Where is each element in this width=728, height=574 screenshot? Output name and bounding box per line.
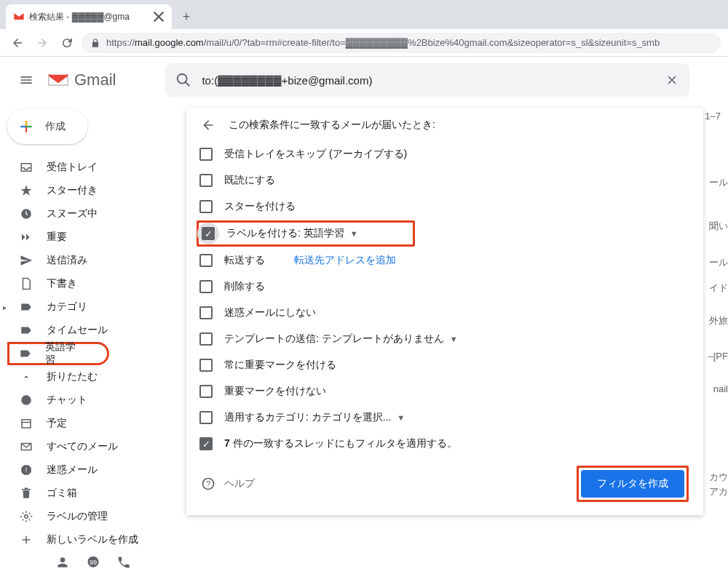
sidebar-item-スヌーズ中[interactable]: スヌーズ中 bbox=[0, 202, 186, 226]
sidebar-item-スター付き[interactable]: スター付き bbox=[0, 179, 186, 202]
browser-tab[interactable]: 検索結果 - ▓▓▓▓▓@gma bbox=[6, 4, 172, 29]
sidebar-item-label: 下書き bbox=[47, 277, 77, 290]
url-bar[interactable]: https://mail.google.com/mail/u/0/?tab=rm… bbox=[82, 33, 721, 53]
opt-forward[interactable]: 転送する 転送先アドレスを追加 bbox=[197, 247, 693, 274]
checkbox-checked[interactable]: ✓ bbox=[199, 437, 213, 450]
dropdown-icon[interactable]: ▼ bbox=[350, 229, 358, 238]
opt-always-important[interactable]: 常に重要マークを付ける bbox=[197, 352, 693, 378]
contacts-icon[interactable] bbox=[55, 555, 70, 570]
gmail-header: Gmail bbox=[0, 57, 728, 103]
compose-label: 作成 bbox=[45, 120, 66, 133]
search-icon[interactable] bbox=[175, 72, 191, 88]
inbox-icon bbox=[19, 161, 33, 174]
opt-also-apply[interactable]: ✓7 件の一致するスレッドにもフィルタを適用する。 bbox=[197, 431, 693, 457]
svg-point-1 bbox=[21, 395, 31, 405]
back-button[interactable] bbox=[7, 33, 28, 53]
dropdown-icon[interactable]: ▼ bbox=[450, 335, 458, 343]
search-clear-button[interactable] bbox=[665, 73, 679, 87]
new-tab-button[interactable]: + bbox=[176, 7, 197, 27]
sidebar-item-新しいラベルを作成[interactable]: 新しいラベルを作成 bbox=[0, 528, 186, 551]
filter-back-button[interactable] bbox=[201, 118, 215, 132]
sidebar-item-label: 予定 bbox=[47, 417, 67, 430]
opt-category[interactable]: 適用するカテゴリ: カテゴリを選択... ▼ bbox=[197, 404, 693, 431]
tab-close-icon[interactable] bbox=[153, 11, 165, 23]
opt-star[interactable]: スターを付ける bbox=[197, 194, 693, 220]
dropdown-icon[interactable]: ▼ bbox=[397, 413, 405, 422]
sidebar-item-タイムセール[interactable]: タイムセール bbox=[0, 319, 186, 342]
gmail-logo[interactable]: Gmail bbox=[47, 71, 116, 89]
checkbox[interactable] bbox=[199, 200, 213, 213]
checkbox[interactable] bbox=[199, 359, 213, 372]
sidebar-item-label: スター付き bbox=[47, 184, 98, 197]
clock-icon bbox=[19, 207, 33, 220]
svg-rect-2 bbox=[22, 420, 31, 428]
sidebar-item-ゴミ箱[interactable]: ゴミ箱 bbox=[0, 482, 186, 505]
bottom-app-icons: 99 bbox=[55, 555, 131, 570]
checkbox-checked[interactable]: ✓ bbox=[202, 227, 215, 240]
sidebar-item-チャット[interactable]: チャット bbox=[0, 388, 186, 412]
checkbox[interactable] bbox=[199, 306, 213, 319]
svg-text:99: 99 bbox=[90, 559, 97, 566]
sidebar-item-送信済み[interactable]: 送信済み bbox=[0, 249, 186, 272]
reload-button[interactable] bbox=[57, 33, 77, 53]
help-link[interactable]: ? ヘルプ bbox=[201, 477, 255, 491]
trash-icon bbox=[19, 487, 33, 500]
sidebar-item-すべてのメール[interactable]: すべてのメール bbox=[0, 435, 186, 458]
main-menu-button[interactable] bbox=[12, 65, 41, 95]
sidebar-item-label: 受信トレイ bbox=[47, 161, 98, 174]
sidebar-item-英語学習[interactable]: 英語学習 bbox=[7, 342, 109, 365]
compose-button[interactable]: 作成 bbox=[7, 109, 87, 144]
sidebar-item-ラベルの管理[interactable]: ラベルの管理 bbox=[0, 505, 186, 528]
opt-delete[interactable]: 削除する bbox=[197, 274, 693, 300]
partial-mail-text: アカ bbox=[709, 485, 728, 498]
svg-point-4 bbox=[25, 515, 28, 519]
browser-tab-title: 検索結果 - ▓▓▓▓▓@gma bbox=[29, 11, 149, 23]
spam-icon: ! bbox=[19, 463, 33, 477]
phone-icon[interactable] bbox=[116, 555, 131, 570]
checkbox[interactable] bbox=[199, 280, 213, 293]
checkbox[interactable] bbox=[199, 411, 213, 424]
calendar-icon bbox=[19, 417, 33, 430]
url-text: https://mail.google.com/mail/u/0/?tab=rm… bbox=[106, 37, 660, 48]
label-icon bbox=[19, 324, 33, 337]
sidebar-item-label: タイムセール bbox=[47, 324, 108, 337]
forward-button[interactable] bbox=[32, 33, 52, 53]
sidebar-item-label: 送信済み bbox=[47, 254, 87, 267]
lock-icon bbox=[90, 38, 100, 48]
checkbox[interactable] bbox=[199, 385, 213, 398]
page-count: 1–7 bbox=[697, 108, 728, 124]
star-icon bbox=[19, 184, 33, 197]
search-input[interactable] bbox=[202, 74, 654, 87]
checkbox[interactable] bbox=[199, 174, 213, 187]
partial-mail-text: –[PF bbox=[708, 351, 728, 362]
filter-header-text: この検索条件に一致するメールが届いたとき: bbox=[229, 119, 435, 132]
opt-template[interactable]: テンプレートの送信: テンプレートがありません ▼ bbox=[197, 326, 693, 352]
sidebar-item-迷惑メール[interactable]: !迷惑メール bbox=[0, 458, 186, 482]
opt-never-important[interactable]: 重要マークを付けない bbox=[197, 378, 693, 404]
sidebar-item-重要[interactable]: 重要 bbox=[0, 226, 186, 249]
sidebar-item-下書き[interactable]: 下書き bbox=[0, 272, 186, 295]
sidebar-item-カテゴリ[interactable]: ▸カテゴリ bbox=[0, 295, 186, 319]
opt-apply-label[interactable]: ✓ ラベルを付ける: 英語学習 ▼ bbox=[197, 220, 415, 247]
opt-no-spam[interactable]: 迷惑メールにしない bbox=[197, 300, 693, 326]
hangouts-icon[interactable]: 99 bbox=[86, 555, 100, 570]
sidebar-item-受信トレイ[interactable]: 受信トレイ bbox=[0, 156, 186, 179]
partial-mail-text: ール bbox=[709, 176, 728, 189]
opt-skip-inbox[interactable]: 受信トレイをスキップ (アーカイブする) bbox=[197, 141, 693, 167]
file-icon bbox=[19, 277, 33, 290]
checkbox[interactable] bbox=[199, 254, 213, 267]
content-area: 1–7 ール聞いールイド外旅–[PFnailカウアカ この検索条件に一致するメー… bbox=[186, 103, 728, 574]
forward-link[interactable]: 転送先アドレスを追加 bbox=[294, 254, 396, 267]
sidebar-item-折りたたむ[interactable]: 折りたたむ bbox=[0, 365, 186, 388]
close-icon bbox=[665, 73, 679, 87]
sidebar-item-label: 折りたたむ bbox=[47, 370, 98, 383]
checkbox[interactable] bbox=[199, 148, 213, 161]
checkbox[interactable] bbox=[199, 332, 213, 346]
create-filter-button[interactable]: フィルタを作成 bbox=[581, 470, 684, 498]
opt-mark-read[interactable]: 既読にする bbox=[197, 167, 693, 194]
sidebar-item-予定[interactable]: 予定 bbox=[0, 412, 186, 435]
expand-arrow-icon[interactable]: ▸ bbox=[3, 303, 7, 311]
caret-icon bbox=[19, 372, 33, 382]
label-icon bbox=[19, 300, 33, 314]
sidebar-item-label: カテゴリ bbox=[47, 300, 87, 314]
